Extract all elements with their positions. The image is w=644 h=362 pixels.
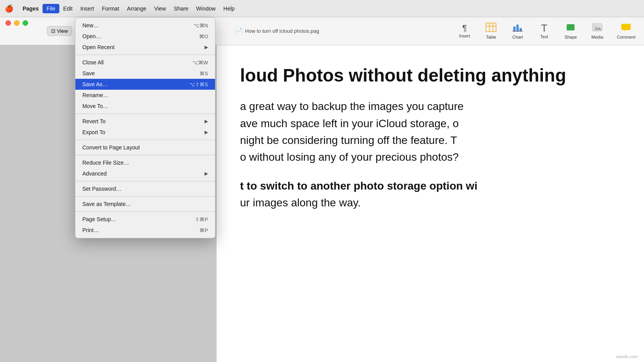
insert-button[interactable]: ¶ Insert bbox=[453, 22, 476, 40]
menu-item-move-to-label: Move To… bbox=[82, 103, 109, 109]
menu-pages[interactable]: Pages bbox=[19, 4, 43, 13]
separator-5 bbox=[75, 181, 215, 181]
table-label: Table bbox=[486, 35, 496, 39]
menu-item-rename[interactable]: Rename… bbox=[75, 90, 215, 101]
menu-item-open-recent[interactable]: Open Recent ▶ bbox=[75, 42, 215, 53]
separator-7 bbox=[75, 211, 215, 212]
shape-button[interactable]: Shape bbox=[559, 21, 582, 41]
menu-arrange[interactable]: Arrange bbox=[123, 4, 150, 13]
shape-icon bbox=[565, 23, 576, 34]
text-icon: T bbox=[541, 23, 547, 33]
separator-3 bbox=[75, 140, 215, 140]
menu-item-open-label: Open… bbox=[82, 33, 101, 39]
menu-item-set-password[interactable]: Set Password… bbox=[75, 183, 215, 194]
menu-item-advanced-label: Advanced bbox=[82, 170, 107, 177]
chart-icon bbox=[512, 23, 523, 34]
menu-item-page-setup-shortcut: ⇧⌘P bbox=[195, 216, 208, 222]
chart-label: Chart bbox=[512, 35, 523, 39]
submenu-arrow-revert-to: ▶ bbox=[205, 119, 208, 124]
svg-rect-6 bbox=[519, 28, 522, 31]
document-paragraph-3: night be considering turning off the fea… bbox=[240, 132, 621, 149]
fullscreen-button[interactable] bbox=[23, 20, 28, 26]
menu-view[interactable]: View bbox=[150, 4, 170, 13]
svg-rect-0 bbox=[486, 23, 496, 32]
table-button[interactable]: Table bbox=[479, 21, 503, 41]
menu-item-print[interactable]: Print… ⌘P bbox=[75, 225, 215, 236]
insert-icon: ¶ bbox=[462, 24, 467, 32]
separator-2 bbox=[75, 114, 215, 114]
comment-button[interactable]: Comment bbox=[612, 21, 640, 41]
media-button[interactable]: Media bbox=[585, 21, 609, 41]
menu-format[interactable]: Format bbox=[98, 4, 123, 13]
menu-insert[interactable]: Insert bbox=[76, 4, 98, 13]
menu-item-revert-to-label: Revert To bbox=[82, 118, 106, 124]
menu-item-save-label: Save bbox=[82, 70, 95, 76]
menu-item-save[interactable]: Save ⌘S bbox=[75, 68, 215, 79]
menu-item-revert-to[interactable]: Revert To ▶ bbox=[75, 116, 215, 127]
watermark: wsxdn.com bbox=[616, 354, 638, 359]
svg-marker-14 bbox=[624, 30, 625, 31]
menu-share[interactable]: Share bbox=[170, 4, 192, 13]
document-filename: How to turn off icloud photos.pag bbox=[245, 28, 319, 34]
view-button[interactable]: ⊡ View bbox=[47, 26, 72, 36]
menu-item-reduce-file-size-label: Reduce File Size… bbox=[82, 160, 129, 166]
menu-item-reduce-file-size[interactable]: Reduce File Size… bbox=[75, 157, 215, 168]
document-paragraph-2: ave much space left in your iCloud stora… bbox=[240, 115, 621, 132]
document-section-2: t to switch to another photo storage opt… bbox=[240, 177, 621, 211]
svg-rect-4 bbox=[513, 27, 516, 31]
pages-doc-icon: 📄 bbox=[235, 27, 243, 35]
menu-item-rename-label: Rename… bbox=[82, 92, 109, 98]
document-page: loud Photos without deleting anything a … bbox=[217, 45, 644, 362]
menu-item-page-setup-label: Page Setup… bbox=[82, 216, 116, 222]
menu-item-close-all[interactable]: Close All ⌥⌘W bbox=[75, 57, 215, 68]
menu-item-print-shortcut: ⌘P bbox=[199, 227, 208, 233]
text-button[interactable]: T Text bbox=[532, 21, 556, 41]
menu-item-convert-page-layout[interactable]: Convert to Page Layout bbox=[75, 142, 215, 153]
comment-icon bbox=[621, 23, 632, 34]
document-paragraph-1: a great way to backup the images you cap… bbox=[240, 98, 621, 115]
chart-button[interactable]: Chart bbox=[506, 21, 529, 41]
comment-label: Comment bbox=[617, 35, 635, 39]
document-title-bar: 📄 How to turn off icloud photos.pag bbox=[235, 27, 319, 35]
menu-item-set-password-label: Set Password… bbox=[82, 186, 121, 192]
menu-item-advanced[interactable]: Advanced ▶ bbox=[75, 168, 215, 179]
menu-help[interactable]: Help bbox=[219, 4, 238, 13]
menu-window[interactable]: Window bbox=[192, 4, 220, 13]
menu-item-new-shortcut: ⌥⌘N bbox=[194, 23, 208, 28]
menu-item-save-as[interactable]: Save As… ⌥⇧⌘S bbox=[75, 79, 215, 90]
menu-bar: 🍎 Pages File Edit Insert Format Arrange … bbox=[0, 0, 644, 17]
menu-item-close-all-shortcut: ⌥⌘W bbox=[192, 60, 208, 66]
menu-item-save-as-shortcut: ⌥⇧⌘S bbox=[189, 82, 208, 87]
menu-item-new[interactable]: New… ⌥⌘N bbox=[75, 20, 215, 31]
separator-4 bbox=[75, 155, 215, 155]
document-paragraph-4: o without losing any of your precious ph… bbox=[240, 149, 621, 165]
view-icon: ⊡ bbox=[51, 28, 55, 34]
menu-item-move-to[interactable]: Move To… bbox=[75, 101, 215, 112]
menu-item-convert-page-layout-label: Convert to Page Layout bbox=[82, 144, 140, 151]
menu-item-save-as-label: Save As… bbox=[82, 81, 108, 87]
menu-item-print-label: Print… bbox=[82, 227, 99, 233]
shape-label: Shape bbox=[564, 35, 577, 39]
document-heading: loud Photos without deleting anything bbox=[240, 65, 621, 86]
svg-rect-8 bbox=[567, 24, 575, 30]
menu-item-new-label: New… bbox=[82, 22, 99, 28]
menu-item-open-recent-label: Open Recent bbox=[82, 44, 115, 50]
menu-item-open[interactable]: Open… ⌘O bbox=[75, 31, 215, 42]
menu-file[interactable]: File bbox=[43, 4, 59, 13]
view-label: View bbox=[57, 28, 68, 34]
svg-rect-5 bbox=[516, 25, 519, 31]
menu-item-export-to[interactable]: Export To ▶ bbox=[75, 127, 215, 138]
toolbar-actions: ¶ Insert Table Chart T Text Shape bbox=[453, 21, 640, 41]
menu-edit[interactable]: Edit bbox=[59, 4, 76, 13]
menu-item-page-setup[interactable]: Page Setup… ⇧⌘P bbox=[75, 214, 215, 225]
media-icon bbox=[592, 23, 603, 34]
text-label: Text bbox=[540, 34, 548, 39]
submenu-arrow-open-recent: ▶ bbox=[205, 44, 208, 50]
menu-item-save-as-template-label: Save as Template… bbox=[82, 201, 131, 207]
close-button[interactable] bbox=[5, 20, 11, 26]
separator-1 bbox=[75, 55, 215, 55]
minimize-button[interactable] bbox=[14, 20, 20, 26]
menu-item-save-as-template[interactable]: Save as Template… bbox=[75, 199, 215, 209]
separator-6 bbox=[75, 196, 215, 197]
apple-menu-icon[interactable]: 🍎 bbox=[5, 4, 13, 13]
